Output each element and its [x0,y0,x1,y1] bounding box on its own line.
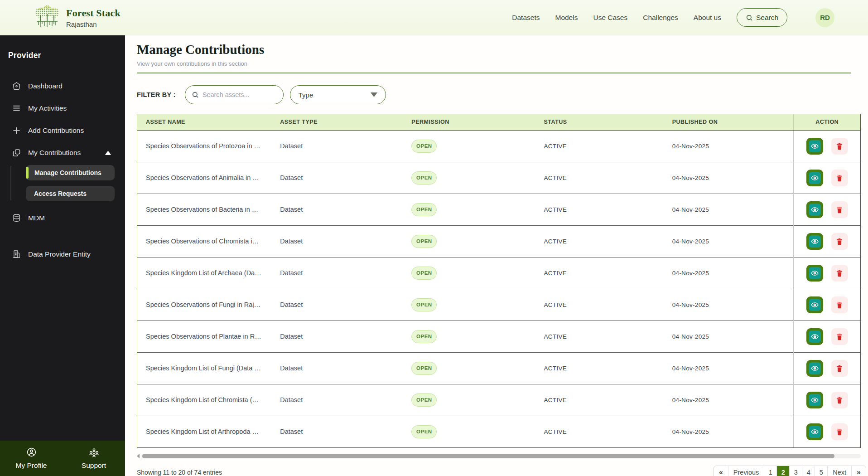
delete-button[interactable] [831,233,848,250]
permission-badge: OPEN [411,171,437,185]
delete-button[interactable] [831,328,848,345]
sidebar-item-my-activities[interactable]: My Activities [0,97,125,119]
view-button[interactable] [806,328,823,345]
nav-about-us[interactable]: About us [694,14,721,22]
sidebar-item-my-contributions[interactable]: My Contributions [0,141,125,164]
scrollbar-track[interactable] [141,454,861,458]
asset-search-field[interactable] [185,85,284,104]
table-row: Species Kingdom List of Fungi (Data … Da… [137,352,860,384]
delete-button[interactable] [831,201,848,218]
action-cell [794,352,860,384]
brand-title: Forest Stack [66,7,121,19]
action-cell [794,289,860,321]
view-button[interactable] [806,233,823,250]
permission-cell: OPEN [411,225,544,257]
scroll-left-arrow-icon[interactable] [137,454,140,458]
active-accent-bar [26,167,29,179]
sidebar-item-add-contributions[interactable]: Add Contributions [0,119,125,141]
chevron-up-icon[interactable] [105,149,111,157]
published-on-cell: 04-Nov-2025 [672,416,794,447]
sidebar-item-data-provider-entity[interactable]: Data Provider Entity [0,243,125,265]
sidebar-item-dashboard[interactable]: Dashboard [0,75,125,97]
permission-cell: OPEN [411,321,544,352]
sidebar-item-label: Add Contributions [28,126,84,135]
view-button[interactable] [806,265,823,282]
delete-button[interactable] [831,296,848,313]
view-button[interactable] [806,423,823,440]
search-button[interactable]: Search [737,8,787,27]
asset-type-cell: Dataset [280,194,411,225]
published-on-cell: 04-Nov-2025 [672,384,794,416]
view-button[interactable] [806,392,823,408]
forest-stack-logo-icon [34,5,60,30]
view-button[interactable] [806,296,823,313]
page-button-2-active[interactable]: 2 [776,466,789,476]
sidebar-subitem-manage-contributions[interactable]: Manage Contributions [26,165,115,180]
main-content: Manage Contributions View your own contr… [125,35,868,476]
permission-badge: OPEN [411,330,437,343]
page-button-3[interactable]: 3 [789,466,802,476]
nav-use-cases[interactable]: Use Cases [593,14,627,22]
my-profile-button[interactable]: My Profile [0,441,63,476]
eye-icon [809,362,821,374]
asset-name-cell: Species Observations of Bacteria in … [137,194,280,225]
delete-button[interactable] [831,360,848,377]
first-page-button[interactable]: « [714,466,728,476]
previous-page-button[interactable]: Previous [728,466,764,476]
next-page-button[interactable]: Next [827,466,851,476]
scrollbar-thumb[interactable] [142,454,834,458]
top-nav: Datasets Models Use Cases Challenges Abo… [512,8,834,27]
table-footer: Showing 11 to 20 of 74 entries « Previou… [137,466,866,476]
view-button[interactable] [806,170,823,186]
trash-icon [835,142,844,151]
status-cell: ACTIVE [544,416,672,447]
view-button[interactable] [806,360,823,377]
sidebar-item-label: My Contributions [28,149,81,157]
sidebar-item-mdm[interactable]: MDM [0,207,125,229]
type-dropdown[interactable]: Type [290,85,386,104]
delete-button[interactable] [831,423,848,440]
sidebar-subitem-access-requests[interactable]: Access Requests [26,186,115,201]
filter-bar: FILTER BY : Type [137,85,868,104]
sidebar: Provider Dashboard My Activities [0,35,125,476]
col-status: STATUS [544,114,672,130]
delete-button[interactable] [831,265,848,282]
nav-challenges[interactable]: Challenges [643,14,678,22]
asset-type-cell: Dataset [280,289,411,321]
nav-datasets[interactable]: Datasets [512,14,540,22]
permission-cell: OPEN [411,194,544,225]
delete-button[interactable] [831,138,848,155]
table-row: Species Observations of Bacteria in … Da… [137,194,860,225]
sidebar-menu: Dashboard My Activities Add Contribution… [0,75,125,265]
status-cell: ACTIVE [544,225,672,257]
permission-badge: OPEN [411,140,437,153]
delete-button[interactable] [831,392,848,408]
permission-cell: OPEN [411,416,544,447]
view-button[interactable] [806,138,823,155]
search-button-label: Search [756,14,778,22]
search-assets-input[interactable] [203,91,270,98]
published-on-cell: 04-Nov-2025 [672,257,794,289]
permission-cell: OPEN [411,162,544,194]
action-cell [794,130,860,162]
asset-type-cell: Dataset [280,352,411,384]
published-on-cell: 04-Nov-2025 [672,289,794,321]
table-header-row: ASSET NAME ASSET TYPE PERMISSION STATUS … [137,114,860,130]
last-page-button[interactable]: » [851,466,866,476]
asset-type-cell: Dataset [280,384,411,416]
published-on-cell: 04-Nov-2025 [672,352,794,384]
view-button[interactable] [806,201,823,218]
support-button[interactable]: Support [63,441,125,476]
eye-icon [809,235,821,248]
page-button-5[interactable]: 5 [815,466,827,476]
brand[interactable]: Forest Stack Rajasthan [34,5,121,30]
asset-type-cell: Dataset [280,321,411,352]
sidebar-footer: My Profile Support [0,441,125,476]
avatar[interactable]: RD [815,8,834,27]
delete-button[interactable] [831,170,848,186]
nav-models[interactable]: Models [555,14,578,22]
page-button-4[interactable]: 4 [802,466,815,476]
page-subtitle: View your own contributions in this sect… [137,60,868,67]
published-on-cell: 04-Nov-2025 [672,225,794,257]
page-button-1[interactable]: 1 [764,466,776,476]
